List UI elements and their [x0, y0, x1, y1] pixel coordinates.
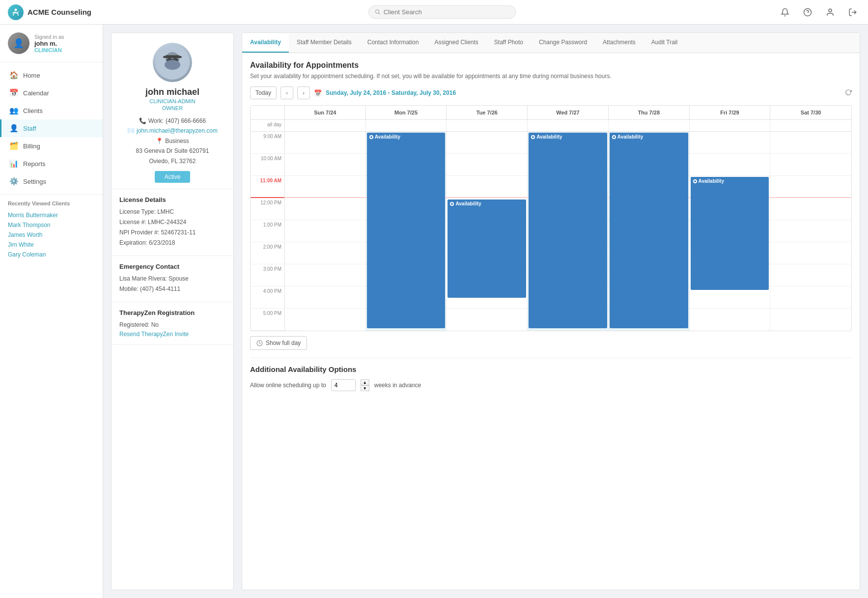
time-5pm: 5:00 PM	[251, 309, 284, 331]
status-button[interactable]: Active	[155, 171, 191, 183]
time-header-cell	[251, 106, 285, 119]
sidebar-item-staff[interactable]: 👤 Staff	[0, 119, 103, 137]
tab-assigned-clients[interactable]: Assigned Clients	[426, 33, 486, 53]
recent-client-james[interactable]: James Worth	[8, 230, 95, 240]
spinner-down[interactable]: ▼	[361, 385, 369, 391]
tab-change-password[interactable]: Change Password	[531, 33, 595, 53]
scheduling-weeks-input[interactable]	[331, 379, 356, 391]
tab-contact-information[interactable]: Contact Information	[360, 33, 427, 53]
settings-icon: ⚙️	[9, 177, 18, 186]
license-expiration: Expiration: 6/23/2018	[119, 238, 225, 247]
time-11am: 11:00 AM	[251, 176, 284, 198]
day-col-thu[interactable]: Availability	[609, 132, 690, 331]
scheduling-label-before: Allow online scheduling up to	[250, 382, 326, 389]
all-day-cell-thu	[609, 120, 690, 131]
day-header-fri: Fri 7/29	[690, 106, 771, 119]
user-profile-icon[interactable]	[823, 5, 838, 20]
emergency-section: Emergency Contact Lisa Marie Rivera: Spo…	[112, 256, 233, 302]
avail-circle-tue	[450, 202, 454, 206]
scheduling-label-after: weeks in advance	[374, 382, 421, 389]
user-profile: 👤 Signed in as john m. CLINICIAN	[0, 25, 103, 62]
day-col-mon[interactable]: Availability	[366, 132, 447, 331]
therapyzen-resend-link[interactable]: Resend TherapyZen Invite	[119, 331, 189, 338]
clients-icon: 👥	[9, 106, 18, 115]
nav-menu: 🏠 Home 📅 Calendar 👥 Clients 👤 Staff 🗂️ B…	[0, 62, 103, 194]
sidebar-item-settings[interactable]: ⚙️ Settings	[0, 172, 103, 190]
recent-client-gary[interactable]: Gary Coleman	[8, 250, 95, 259]
show-full-day-button[interactable]: Show full day	[250, 336, 307, 350]
avail-event-wed[interactable]: Availability	[529, 133, 607, 328]
today-button[interactable]: Today	[250, 86, 277, 99]
day-col-sat[interactable]	[770, 132, 851, 331]
avail-event-wed-title: Availability	[531, 134, 605, 140]
logo-icon	[8, 4, 24, 20]
profile-contact: 📞 Work: (407) 666-6666 ✉️ john.michael@t…	[119, 116, 225, 166]
profile-photo-placeholder	[153, 43, 192, 82]
email-row: ✉️ john.michael@therapyzen.com	[119, 126, 225, 136]
tab-audit-trail[interactable]: Audit Trail	[644, 33, 685, 53]
recent-client-mark[interactable]: Mark Thompson	[8, 220, 95, 230]
avail-event-tue[interactable]: Availability	[448, 199, 526, 298]
time-9am: 9:00 AM	[251, 132, 284, 154]
time-3pm: 3:00 PM	[251, 264, 284, 286]
svg-line-2	[378, 13, 380, 14]
recently-viewed-section: Recently Viewed Clients Morris Buttermak…	[0, 194, 103, 265]
day-header-sat: Sat 7/30	[770, 106, 851, 119]
search-input[interactable]	[384, 8, 509, 16]
sidebar-item-calendar[interactable]: 📅 Calendar	[0, 84, 103, 102]
day-header-tue: Tue 7/26	[447, 106, 528, 119]
time-10am: 10:00 AM	[251, 154, 284, 176]
time-4pm: 4:00 PM	[251, 286, 284, 309]
tab-staff-photo[interactable]: Staff Photo	[486, 33, 531, 53]
user-info: Signed in as john m. CLINICIAN	[34, 34, 64, 53]
phone-row: 📞 Work: (407) 666-6666	[119, 116, 225, 126]
search-area	[106, 5, 778, 19]
staff-icon: 👤	[9, 124, 18, 133]
main-layout: 👤 Signed in as john m. CLINICIAN 🏠 Home …	[0, 25, 868, 598]
all-day-cell-sat	[770, 120, 851, 131]
recent-client-jim[interactable]: Jim White	[8, 240, 95, 250]
day-col-wed[interactable]: Availability	[528, 132, 609, 331]
avatar-placeholder: 👤	[8, 32, 29, 54]
avail-event-fri[interactable]: Availability	[691, 177, 769, 290]
notifications-icon[interactable]	[778, 5, 792, 20]
calendar-header-row: Sun 7/24 Mon 7/25 Tue 7/26 Wed 7/27 Thu …	[251, 106, 851, 120]
avail-event-tue-title: Availability	[450, 201, 524, 206]
license-type: License Type: LMHC	[119, 207, 225, 216]
email-link[interactable]: john.michael@therapyzen.com	[137, 126, 218, 136]
avail-circle-thu	[612, 135, 616, 139]
avatar: 👤	[8, 32, 29, 54]
sidebar-item-reports[interactable]: 📊 Reports	[0, 155, 103, 172]
phone-number: (407) 666-6666	[166, 116, 206, 126]
day-col-tue[interactable]: Availability	[447, 132, 528, 331]
sidebar-item-billing[interactable]: 🗂️ Billing	[0, 137, 103, 155]
sidebar-item-clients[interactable]: 👥 Clients	[0, 102, 103, 119]
day-col-fri[interactable]: Availability	[690, 132, 771, 331]
day-col-sun[interactable]	[285, 132, 366, 331]
tab-attachments[interactable]: Attachments	[595, 33, 644, 53]
logout-icon[interactable]	[845, 5, 860, 20]
tab-staff-member-details[interactable]: Staff Member Details	[289, 33, 360, 53]
sidebar-item-home[interactable]: 🏠 Home	[0, 66, 103, 84]
avail-event-mon[interactable]: Availability	[367, 133, 446, 328]
avail-event-thu-title: Availability	[612, 134, 686, 140]
address-line2: Oviedo, FL 32762	[119, 156, 225, 166]
time-2pm: 2:00 PM	[251, 242, 284, 264]
billing-icon: 🗂️	[9, 142, 18, 150]
time-12pm: 12:00 PM	[251, 198, 284, 220]
day-header-mon: Mon 7/25	[366, 106, 447, 119]
therapyzen-title: TherapyZen Registration	[119, 309, 225, 316]
spinner-up[interactable]: ▲	[361, 379, 369, 385]
avail-event-thu[interactable]: Availability	[610, 133, 688, 328]
recent-client-morris[interactable]: Morris Buttermaker	[8, 210, 95, 220]
prev-week-button[interactable]: ‹	[280, 86, 293, 99]
next-week-button[interactable]: ›	[297, 86, 310, 99]
help-icon[interactable]	[800, 5, 815, 20]
svg-rect-10	[163, 56, 182, 58]
tab-availability[interactable]: Availability	[242, 33, 289, 53]
refresh-icon[interactable]	[845, 89, 852, 97]
tabs-bar: Availability Staff Member Details Contac…	[242, 33, 860, 53]
search-box[interactable]	[368, 5, 516, 19]
nav-settings-label: Settings	[23, 178, 46, 185]
license-number: License #: LMHC-244324	[119, 218, 225, 227]
